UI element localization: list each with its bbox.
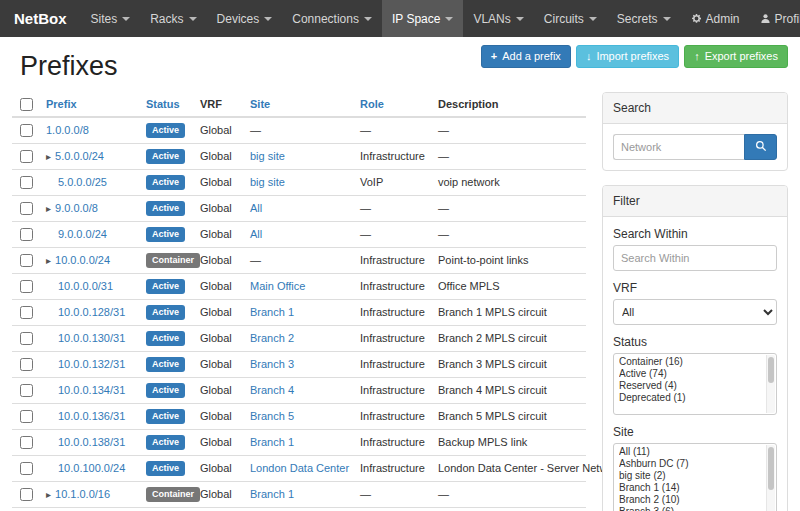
status-badge: Active	[146, 435, 185, 450]
vrf-cell: Global	[192, 481, 242, 507]
table-row: 10.0.0.132/31ActiveGlobalBranch 3Infrast…	[12, 351, 586, 377]
expand-caret-icon[interactable]: ▸	[46, 151, 51, 162]
prefix-link[interactable]: 10.0.0.128/31	[58, 306, 125, 318]
prefix-link[interactable]: 10.0.0.136/31	[58, 410, 125, 422]
prefix-link[interactable]: 5.0.0.0/25	[58, 176, 107, 188]
export-prefixes-button[interactable]: ↑ Export prefixes	[684, 45, 788, 68]
listbox-option[interactable]: Active (74)	[619, 368, 762, 380]
prefix-link[interactable]: 1.0.0.0/8	[46, 124, 89, 136]
listbox-option[interactable]: All (11)	[619, 446, 762, 458]
listbox-option[interactable]: Branch 3 (6)	[619, 506, 762, 511]
site-link[interactable]: Branch 3	[250, 358, 294, 370]
prefix-link[interactable]: 5.0.0.0/24	[55, 150, 104, 162]
prefix-link[interactable]: 10.1.0.0/16	[55, 488, 110, 500]
profile-link[interactable]: Profile	[750, 0, 800, 37]
admin-link[interactable]: Admin	[681, 0, 750, 37]
listbox-option[interactable]: Branch 2 (10)	[619, 494, 762, 506]
prefix-link[interactable]: 10.0.0.130/31	[58, 332, 125, 344]
column-sort-link[interactable]: Role	[360, 98, 384, 110]
row-checkbox[interactable]	[20, 280, 33, 293]
site-link[interactable]: Branch 1	[250, 306, 294, 318]
site-link[interactable]: big site	[250, 176, 285, 188]
site-link[interactable]: Main Office	[250, 280, 305, 292]
site-filter-listbox[interactable]: All (11)Ashburn DC (7)big site (2)Branch…	[613, 443, 777, 511]
listbox-option[interactable]: big site (2)	[619, 470, 762, 482]
search-input[interactable]	[613, 134, 744, 160]
listbox-option[interactable]: Deprecated (1)	[619, 392, 762, 404]
scrollbar-thumb[interactable]	[768, 357, 774, 383]
vrf-select[interactable]: All	[613, 299, 777, 325]
site-link[interactable]: Branch 1	[250, 436, 294, 448]
status-scrollbar[interactable]	[766, 355, 775, 413]
nav-item-circuits[interactable]: Circuits	[534, 0, 607, 37]
nav-item-vlans[interactable]: VLANs	[463, 0, 533, 37]
site-link[interactable]: Branch 5	[250, 410, 294, 422]
nav-item-devices[interactable]: Devices	[207, 0, 283, 37]
nav-item-sites[interactable]: Sites	[81, 0, 141, 37]
prefix-cell: 5.0.0.0/25	[38, 169, 138, 195]
row-checkbox[interactable]	[20, 202, 33, 215]
status-badge: Active	[146, 123, 185, 138]
status-badge: Active	[146, 149, 185, 164]
search-button[interactable]	[744, 134, 777, 160]
prefix-link[interactable]: 9.0.0.0/8	[55, 202, 98, 214]
row-checkbox[interactable]	[20, 384, 33, 397]
column-sort-link[interactable]: Prefix	[46, 98, 77, 110]
row-checkbox[interactable]	[20, 410, 33, 423]
expand-caret-icon[interactable]: ▸	[46, 255, 51, 266]
add-prefix-label: Add a prefix	[502, 50, 561, 63]
prefix-link[interactable]: 10.0.0.0/31	[58, 280, 113, 292]
expand-caret-icon[interactable]: ▸	[46, 489, 51, 500]
status-badge: Active	[146, 227, 185, 242]
role-cell: Infrastructure	[352, 351, 430, 377]
site-link[interactable]: Branch 2	[250, 332, 294, 344]
prefix-link[interactable]: 10.0.0.0/24	[55, 254, 110, 266]
site-link[interactable]: big site	[250, 150, 285, 162]
column-sort-link[interactable]: Status	[146, 98, 180, 110]
row-checkbox[interactable]	[20, 462, 33, 475]
nav-item-connections[interactable]: Connections	[282, 0, 382, 37]
column-sort-link[interactable]: Site	[250, 98, 270, 110]
nav-item-secrets[interactable]: Secrets	[607, 0, 681, 37]
nav-item-racks[interactable]: Racks	[140, 0, 206, 37]
search-within-input[interactable]	[613, 245, 777, 271]
expand-caret-icon[interactable]: ▸	[46, 203, 51, 214]
row-checkbox[interactable]	[20, 436, 33, 449]
table-row: ▸9.0.0.0/8ActiveGlobalAll——	[12, 195, 586, 221]
select-all-checkbox[interactable]	[20, 98, 33, 111]
role-cell: Infrastructure	[352, 455, 430, 481]
row-checkbox[interactable]	[20, 306, 33, 319]
prefix-link[interactable]: 10.0.0.138/31	[58, 436, 125, 448]
brand-logo[interactable]: NetBox	[0, 0, 81, 37]
nav-item-ip-space[interactable]: IP Space	[382, 0, 463, 37]
prefix-link[interactable]: 9.0.0.0/24	[58, 228, 107, 240]
scrollbar-thumb[interactable]	[768, 447, 774, 490]
row-checkbox[interactable]	[20, 358, 33, 371]
site-link[interactable]: All	[250, 202, 262, 214]
row-checkbox[interactable]	[20, 124, 33, 137]
status-filter-listbox[interactable]: Container (16)Active (74)Reserved (4)Dep…	[613, 353, 777, 415]
listbox-option[interactable]: Branch 1 (14)	[619, 482, 762, 494]
site-link[interactable]: Branch 4	[250, 384, 294, 396]
nav-item-label: Sites	[91, 12, 118, 26]
listbox-option[interactable]: Ashburn DC (7)	[619, 458, 762, 470]
vrf-cell: Global	[192, 117, 242, 144]
prefix-link[interactable]: 10.0.0.134/31	[58, 384, 125, 396]
listbox-option[interactable]: Reserved (4)	[619, 380, 762, 392]
row-checkbox[interactable]	[20, 332, 33, 345]
row-checkbox[interactable]	[20, 488, 33, 501]
import-prefixes-button[interactable]: ↓ Import prefixes	[576, 45, 679, 68]
site-link[interactable]: All	[250, 228, 262, 240]
row-checkbox[interactable]	[20, 254, 33, 267]
site-link[interactable]: Branch 1	[250, 488, 294, 500]
prefix-link[interactable]: 10.0.100.0/24	[58, 462, 125, 474]
row-checkbox[interactable]	[20, 150, 33, 163]
add-prefix-button[interactable]: + Add a prefix	[481, 45, 571, 68]
row-select-cell	[12, 299, 38, 325]
site-link[interactable]: London Data Center	[250, 462, 349, 474]
row-checkbox[interactable]	[20, 176, 33, 189]
site-scrollbar[interactable]	[766, 445, 775, 511]
prefix-link[interactable]: 10.0.0.132/31	[58, 358, 125, 370]
listbox-option[interactable]: Container (16)	[619, 356, 762, 368]
row-checkbox[interactable]	[20, 228, 33, 241]
